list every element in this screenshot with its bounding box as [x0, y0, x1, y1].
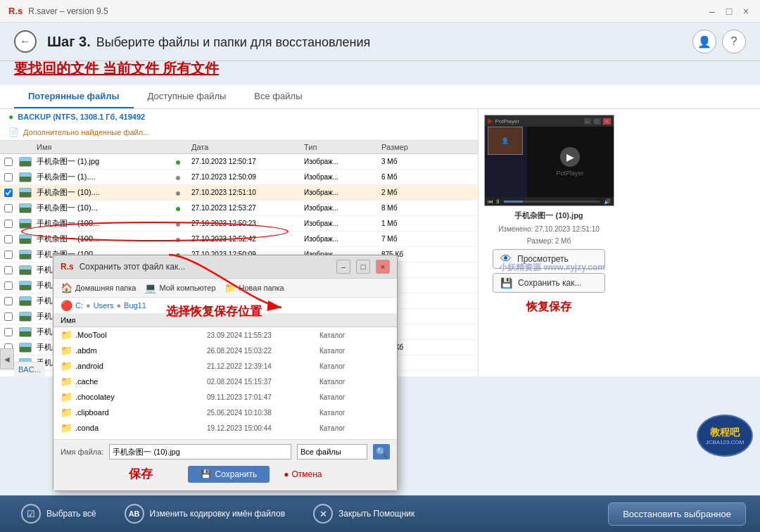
row-dot [175, 219, 189, 229]
row-size: 2 Мб [379, 188, 428, 197]
header: ← Шаг 3. Выберите файлы и папки для восс… [0, 23, 760, 61]
dialog-file-row[interactable]: 📁 .conda 19.12.2023 15:00:44 Каталог [53, 420, 397, 436]
view-button[interactable]: 👁 Просмотреть [493, 249, 605, 269]
dialog-cancel-button[interactable]: ● Отмена [284, 466, 322, 483]
tab-lost-files[interactable]: Потерянные файлы [14, 85, 134, 108]
row-checkbox[interactable] [0, 172, 17, 182]
restore-selected-button[interactable]: Восстановить выбранное [608, 502, 746, 526]
dialog-row-type: Каталог [319, 393, 390, 401]
dialog-maximize-button[interactable]: □ [356, 260, 370, 274]
my-computer-nav[interactable]: 💻 Мой компьютер [144, 282, 215, 293]
back-button[interactable]: ← [14, 30, 37, 53]
row-checkbox[interactable] [0, 312, 17, 322]
file-list-header: Имя Дата Тип Размер [0, 140, 478, 154]
backup-label: BACKUP (NTFS, 1308.1 Гб, 419492 [18, 113, 145, 121]
dialog-file-row[interactable]: 📁 .chocolatey 09.11.2023 17:01:47 Катало… [53, 389, 397, 405]
user-button[interactable]: 👤 [692, 30, 716, 53]
dialog-save-button[interactable]: 💾 Сохранить [188, 466, 270, 483]
change-encoding-button[interactable]: AB Изменить кодировку имён файлов [118, 501, 292, 526]
dialog-footer: Имя файла: 🔍 保存 💾 Сохранить ● Отмена [53, 440, 397, 490]
row-checkbox[interactable] [0, 265, 17, 275]
filename-input[interactable] [109, 444, 291, 460]
breadcrumb-bug11[interactable]: Bug11 [124, 301, 146, 310]
dialog-row-type: Каталог [319, 378, 390, 386]
row-size: 3 Мб [379, 157, 428, 166]
file-row[interactable]: 手机杂图一 (100... 27.10.2023 12:52:42 Изобра… [0, 232, 478, 247]
maximize-button[interactable]: □ [723, 6, 735, 17]
filetype-input[interactable] [297, 444, 367, 460]
row-icon [17, 203, 34, 214]
left-nav-arrow[interactable]: ◀ [0, 348, 14, 369]
row-checkbox[interactable] [0, 203, 17, 213]
search-button[interactable]: 🔍 [373, 444, 390, 460]
row-checkbox[interactable] [0, 281, 17, 291]
file-row[interactable]: 手机杂图一 (10)... 27.10.2023 12:53:27 Изобра… [0, 201, 478, 216]
logo-badge: 教程吧 JCBA123.COM [697, 414, 753, 457]
tab-available-files[interactable]: Доступные файлы [134, 85, 241, 108]
home-folder-nav[interactable]: 🏠 Домашняя папка [61, 282, 136, 293]
tree-extra[interactable]: 📄 Дополнительно найденные файл... [0, 125, 478, 140]
row-icon [17, 342, 34, 353]
dialog-file-row[interactable]: 📁 .clipboard 25.06.2024 10:10:38 Каталог [53, 405, 397, 420]
select-all-icon: ☑ [21, 504, 41, 524]
dialog-row-type: Каталог [319, 424, 390, 432]
preview-thumbnail: ▶ PotPlayer – □ × 👤 ▶ PotPlayer [484, 115, 614, 206]
dialog-file-row[interactable]: 📁 .MooTool 23.09.2024 11:55:23 Каталог [53, 327, 397, 343]
dialog-file-row[interactable]: 📁 .abdm 26.08.2024 15:03:22 Каталог [53, 343, 397, 358]
tree-backup[interactable]: ● BACKUP (NTFS, 1308.1 Гб, 419492 [0, 109, 478, 125]
row-size: 7 Мб [379, 234, 428, 243]
dialog-row-date: 19.12.2023 15:00:44 [207, 424, 319, 432]
row-icon [17, 172, 34, 183]
right-panel: ▶ PotPlayer – □ × 👤 ▶ PotPlayer [479, 109, 619, 376]
step-label: Шаг 3. [47, 34, 91, 50]
title-bar-left: R.s R.saver – version 9.5 [8, 6, 108, 16]
dialog-minimize-button[interactable]: – [336, 260, 350, 274]
row-checkbox[interactable] [0, 250, 17, 260]
bottom-bar: ☑ Выбрать всё AB Изменить кодировку имён… [0, 495, 760, 532]
dialog-row-name: 📁 .abdm [61, 345, 207, 356]
row-name: 手机杂图一 (100... [34, 217, 175, 229]
file-row[interactable]: 手机杂图一 (100... 27.10.2023 12:50:23 Изобра… [0, 216, 478, 232]
row-date: 27.10.2023 12:50:23 [189, 219, 301, 228]
file-row[interactable]: 手机杂图一 (1).jpg 27.10.2023 12:50:17 Изобра… [0, 154, 478, 170]
file-row[interactable]: 手机杂图一 (10).... 27.10.2023 12:51:10 Изобр… [0, 185, 478, 201]
tabs-bar: Потерянные файлы Доступные файлы Все фай… [0, 85, 760, 109]
play-button[interactable]: ▶ [560, 147, 580, 167]
dialog-file-row[interactable]: 📁 .android 21.12.2022 12:39:14 Каталог [53, 358, 397, 374]
row-icon [17, 296, 34, 307]
dialog-file-row[interactable]: 📁 .cache 02.08.2024 15:15:37 Каталог [53, 374, 397, 389]
dialog-row-type: Каталог [319, 347, 390, 355]
breadcrumb-users[interactable]: Users [94, 301, 114, 310]
dialog-row-date: 26.08.2024 15:03:22 [207, 347, 319, 355]
row-dot [175, 172, 189, 182]
dialog-row-date: 02.08.2024 15:15:37 [207, 378, 319, 386]
breadcrumb-c[interactable]: C: [75, 301, 83, 310]
row-icon [17, 327, 34, 338]
save-as-button[interactable]: 💾 Сохранить как... [493, 273, 605, 293]
dialog-nav: 🏠 Домашняя папка 💻 Мой компьютер 📁 Новая… [53, 279, 397, 298]
close-wizard-button[interactable]: ✕ Закрыть Помощник [306, 501, 422, 526]
row-name: 手机杂图一 (10).... [34, 186, 175, 198]
row-checkbox[interactable] [0, 157, 17, 167]
row-checkbox[interactable] [0, 188, 17, 198]
row-checkbox[interactable] [0, 234, 17, 244]
help-button[interactable]: ? [722, 30, 746, 53]
close-button[interactable]: × [740, 6, 752, 17]
row-checkbox[interactable] [0, 296, 17, 306]
row-name: 手机杂图一 (1).jpg [34, 156, 175, 167]
new-folder-nav[interactable]: 📁 Новая папка [224, 282, 284, 293]
file-row[interactable]: 手机杂图一 (1).... 27.10.2023 12:50:09 Изобра… [0, 170, 478, 185]
row-dot [175, 203, 189, 213]
row-icon [17, 156, 34, 167]
title-bar: R.s R.saver – version 9.5 – □ × [0, 0, 760, 23]
dialog-title: Сохранить этот файл как... [80, 262, 331, 272]
row-checkbox[interactable] [0, 327, 17, 337]
tab-all-files[interactable]: Все файлы [240, 85, 316, 108]
row-size: 6 Мб [379, 172, 428, 182]
select-all-button[interactable]: ☑ Выбрать всё [14, 501, 103, 526]
dialog-close-button[interactable]: × [376, 260, 390, 274]
filename-label: Имя файла: [61, 448, 103, 456]
minimize-button[interactable]: – [707, 6, 718, 17]
row-date: 27.10.2023 12:52:42 [189, 234, 301, 243]
row-checkbox[interactable] [0, 219, 17, 229]
